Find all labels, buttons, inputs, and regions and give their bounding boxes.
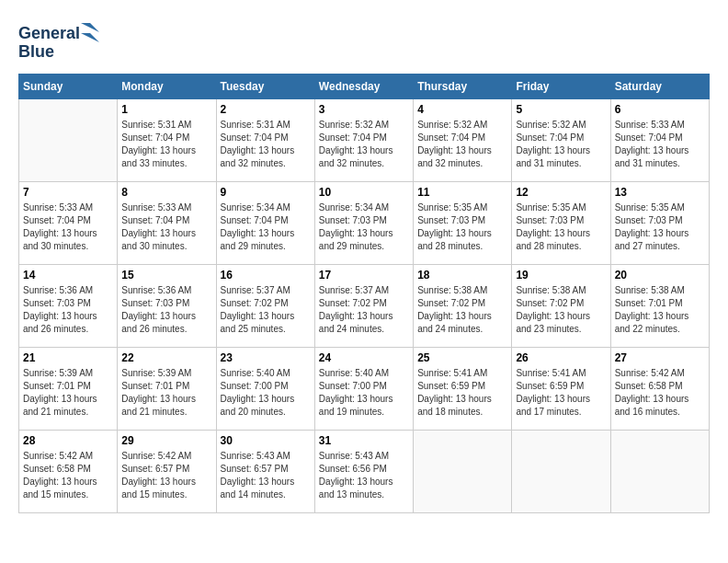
day-info: Sunrise: 5:38 AM Sunset: 7:01 PM Dayligh… bbox=[615, 284, 705, 336]
calendar-cell: 16Sunrise: 5:37 AM Sunset: 7:02 PM Dayli… bbox=[216, 265, 314, 348]
calendar-cell: 22Sunrise: 5:39 AM Sunset: 7:01 PM Dayli… bbox=[118, 348, 216, 431]
day-info: Sunrise: 5:37 AM Sunset: 7:02 PM Dayligh… bbox=[319, 284, 409, 336]
day-number: 26 bbox=[516, 351, 606, 364]
day-info: Sunrise: 5:38 AM Sunset: 7:02 PM Dayligh… bbox=[417, 284, 507, 336]
calendar-cell: 28Sunrise: 5:42 AM Sunset: 6:58 PM Dayli… bbox=[19, 431, 118, 513]
calendar-cell: 1Sunrise: 5:31 AM Sunset: 7:04 PM Daylig… bbox=[118, 99, 216, 182]
day-number: 23 bbox=[221, 351, 311, 364]
day-number: 29 bbox=[121, 434, 211, 447]
day-number: 13 bbox=[615, 186, 705, 199]
day-info: Sunrise: 5:35 AM Sunset: 7:03 PM Dayligh… bbox=[516, 201, 606, 253]
day-header-thursday: Thursday bbox=[414, 75, 512, 99]
day-info: Sunrise: 5:41 AM Sunset: 6:59 PM Dayligh… bbox=[417, 367, 507, 419]
week-row-5: 28Sunrise: 5:42 AM Sunset: 6:58 PM Dayli… bbox=[19, 431, 710, 513]
day-number: 31 bbox=[319, 434, 409, 447]
day-number: 22 bbox=[121, 351, 211, 364]
day-number: 3 bbox=[319, 103, 409, 116]
day-info: Sunrise: 5:32 AM Sunset: 7:04 PM Dayligh… bbox=[417, 119, 507, 170]
day-info: Sunrise: 5:33 AM Sunset: 7:04 PM Dayligh… bbox=[615, 119, 705, 170]
day-info: Sunrise: 5:31 AM Sunset: 7:04 PM Dayligh… bbox=[221, 119, 311, 170]
day-header-tuesday: Tuesday bbox=[216, 75, 314, 99]
calendar-cell: 14Sunrise: 5:36 AM Sunset: 7:03 PM Dayli… bbox=[19, 265, 118, 348]
calendar-cell: 8Sunrise: 5:33 AM Sunset: 7:04 PM Daylig… bbox=[118, 182, 216, 265]
calendar-cell: 20Sunrise: 5:38 AM Sunset: 7:01 PM Dayli… bbox=[610, 265, 709, 348]
calendar-cell: 25Sunrise: 5:41 AM Sunset: 6:59 PM Dayli… bbox=[414, 348, 512, 431]
day-number: 7 bbox=[23, 186, 113, 199]
day-info: Sunrise: 5:35 AM Sunset: 7:03 PM Dayligh… bbox=[417, 201, 507, 253]
day-info: Sunrise: 5:42 AM Sunset: 6:57 PM Dayligh… bbox=[121, 450, 211, 501]
day-info: Sunrise: 5:36 AM Sunset: 7:03 PM Dayligh… bbox=[23, 284, 113, 336]
svg-text:Blue: Blue bbox=[18, 42, 54, 61]
calendar-cell: 12Sunrise: 5:35 AM Sunset: 7:03 PM Dayli… bbox=[512, 182, 610, 265]
calendar-cell: 18Sunrise: 5:38 AM Sunset: 7:02 PM Dayli… bbox=[414, 265, 512, 348]
day-number: 4 bbox=[417, 103, 507, 116]
day-number: 25 bbox=[417, 351, 507, 364]
calendar-cell: 31Sunrise: 5:43 AM Sunset: 6:56 PM Dayli… bbox=[314, 431, 413, 513]
day-number: 30 bbox=[221, 434, 311, 447]
calendar-cell: 21Sunrise: 5:39 AM Sunset: 7:01 PM Dayli… bbox=[19, 348, 118, 431]
day-header-wednesday: Wednesday bbox=[314, 75, 413, 99]
day-number: 16 bbox=[221, 269, 311, 282]
logo-icon: GeneralBlue bbox=[18, 18, 101, 64]
day-info: Sunrise: 5:34 AM Sunset: 7:04 PM Dayligh… bbox=[221, 201, 311, 253]
calendar-cell: 4Sunrise: 5:32 AM Sunset: 7:04 PM Daylig… bbox=[414, 99, 512, 182]
day-header-saturday: Saturday bbox=[610, 75, 709, 99]
day-number: 14 bbox=[23, 269, 113, 282]
day-info: Sunrise: 5:40 AM Sunset: 7:00 PM Dayligh… bbox=[221, 367, 311, 419]
day-info: Sunrise: 5:37 AM Sunset: 7:02 PM Dayligh… bbox=[221, 284, 311, 336]
calendar-cell: 27Sunrise: 5:42 AM Sunset: 6:58 PM Dayli… bbox=[610, 348, 709, 431]
day-number: 15 bbox=[121, 269, 211, 282]
svg-marker-3 bbox=[81, 33, 99, 42]
calendar-cell: 29Sunrise: 5:42 AM Sunset: 6:57 PM Dayli… bbox=[118, 431, 216, 513]
calendar-cell: 10Sunrise: 5:34 AM Sunset: 7:03 PM Dayli… bbox=[314, 182, 413, 265]
calendar-cell: 6Sunrise: 5:33 AM Sunset: 7:04 PM Daylig… bbox=[610, 99, 709, 182]
calendar-cell: 9Sunrise: 5:34 AM Sunset: 7:04 PM Daylig… bbox=[216, 182, 314, 265]
day-info: Sunrise: 5:39 AM Sunset: 7:01 PM Dayligh… bbox=[23, 367, 113, 419]
day-info: Sunrise: 5:32 AM Sunset: 7:04 PM Dayligh… bbox=[516, 119, 606, 170]
calendar-cell: 13Sunrise: 5:35 AM Sunset: 7:03 PM Dayli… bbox=[610, 182, 709, 265]
day-info: Sunrise: 5:35 AM Sunset: 7:03 PM Dayligh… bbox=[615, 201, 705, 253]
calendar-cell: 5Sunrise: 5:32 AM Sunset: 7:04 PM Daylig… bbox=[512, 99, 610, 182]
calendar-cell: 7Sunrise: 5:33 AM Sunset: 7:04 PM Daylig… bbox=[19, 182, 118, 265]
days-header-row: SundayMondayTuesdayWednesdayThursdayFrid… bbox=[19, 75, 710, 99]
week-row-3: 14Sunrise: 5:36 AM Sunset: 7:03 PM Dayli… bbox=[19, 265, 710, 348]
calendar-cell: 17Sunrise: 5:37 AM Sunset: 7:02 PM Dayli… bbox=[314, 265, 413, 348]
calendar-cell bbox=[512, 431, 610, 513]
week-row-4: 21Sunrise: 5:39 AM Sunset: 7:01 PM Dayli… bbox=[19, 348, 710, 431]
svg-marker-2 bbox=[81, 23, 99, 32]
day-info: Sunrise: 5:33 AM Sunset: 7:04 PM Dayligh… bbox=[23, 201, 113, 253]
svg-text:General: General bbox=[18, 24, 80, 42]
day-info: Sunrise: 5:36 AM Sunset: 7:03 PM Dayligh… bbox=[121, 284, 211, 336]
day-info: Sunrise: 5:41 AM Sunset: 6:59 PM Dayligh… bbox=[516, 367, 606, 419]
day-info: Sunrise: 5:42 AM Sunset: 6:58 PM Dayligh… bbox=[23, 450, 113, 501]
calendar-cell: 2Sunrise: 5:31 AM Sunset: 7:04 PM Daylig… bbox=[216, 99, 314, 182]
day-info: Sunrise: 5:33 AM Sunset: 7:04 PM Dayligh… bbox=[121, 201, 211, 253]
day-info: Sunrise: 5:40 AM Sunset: 7:00 PM Dayligh… bbox=[319, 367, 409, 419]
day-number: 19 bbox=[516, 269, 606, 282]
calendar-cell: 11Sunrise: 5:35 AM Sunset: 7:03 PM Dayli… bbox=[414, 182, 512, 265]
calendar-cell: 26Sunrise: 5:41 AM Sunset: 6:59 PM Dayli… bbox=[512, 348, 610, 431]
calendar-cell bbox=[19, 99, 118, 182]
day-header-friday: Friday bbox=[512, 75, 610, 99]
calendar-cell: 30Sunrise: 5:43 AM Sunset: 6:57 PM Dayli… bbox=[216, 431, 314, 513]
day-info: Sunrise: 5:32 AM Sunset: 7:04 PM Dayligh… bbox=[319, 119, 409, 170]
day-info: Sunrise: 5:34 AM Sunset: 7:03 PM Dayligh… bbox=[319, 201, 409, 253]
day-number: 1 bbox=[121, 103, 211, 116]
calendar-cell: 23Sunrise: 5:40 AM Sunset: 7:00 PM Dayli… bbox=[216, 348, 314, 431]
day-number: 2 bbox=[221, 103, 311, 116]
day-header-sunday: Sunday bbox=[19, 75, 118, 99]
page-header: GeneralBlue bbox=[18, 18, 710, 64]
day-number: 5 bbox=[516, 103, 606, 116]
day-info: Sunrise: 5:43 AM Sunset: 6:57 PM Dayligh… bbox=[221, 450, 311, 501]
week-row-1: 1Sunrise: 5:31 AM Sunset: 7:04 PM Daylig… bbox=[19, 99, 710, 182]
day-info: Sunrise: 5:31 AM Sunset: 7:04 PM Dayligh… bbox=[121, 119, 211, 170]
day-number: 10 bbox=[319, 186, 409, 199]
day-number: 6 bbox=[615, 103, 705, 116]
week-row-2: 7Sunrise: 5:33 AM Sunset: 7:04 PM Daylig… bbox=[19, 182, 710, 265]
day-number: 28 bbox=[23, 434, 113, 447]
day-info: Sunrise: 5:39 AM Sunset: 7:01 PM Dayligh… bbox=[121, 367, 211, 419]
calendar-cell: 15Sunrise: 5:36 AM Sunset: 7:03 PM Dayli… bbox=[118, 265, 216, 348]
day-number: 21 bbox=[23, 351, 113, 364]
day-number: 27 bbox=[615, 351, 705, 364]
calendar-cell: 3Sunrise: 5:32 AM Sunset: 7:04 PM Daylig… bbox=[314, 99, 413, 182]
